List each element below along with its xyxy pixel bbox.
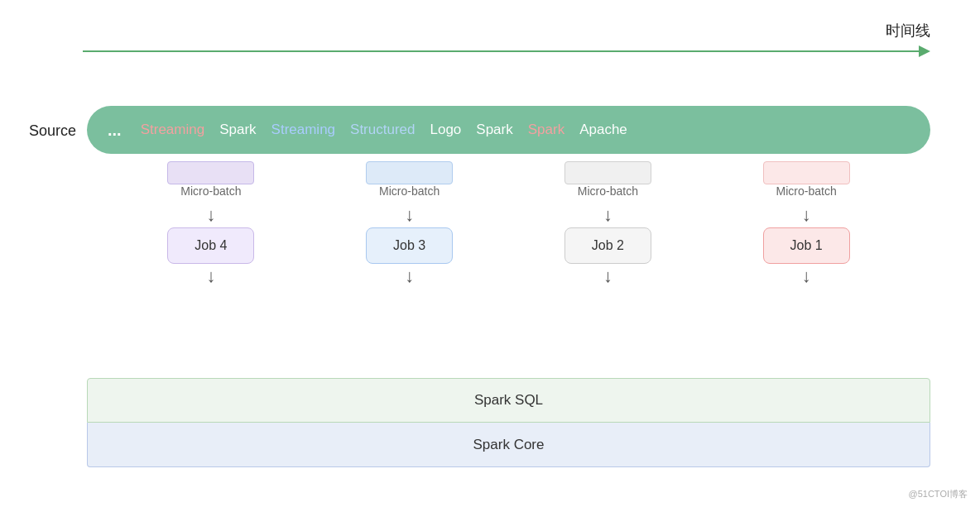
- stream-word-streaming2: Streaming: [271, 122, 335, 138]
- spark-core-label: Spark Core: [473, 437, 545, 453]
- micro-batch-label-4: Micro-batch: [776, 184, 837, 198]
- batch-col-2: Micro-batch ↓ Job 3 ↓: [366, 161, 453, 289]
- batch-col-3: Micro-batch ↓ Job 2 ↓: [564, 161, 651, 289]
- job-box-4: Job 1: [763, 227, 850, 264]
- arrow-down-1: ↓: [206, 206, 215, 224]
- timeline-line: [83, 50, 919, 52]
- timeline-section: [83, 45, 930, 57]
- stream-word-apache: Apache: [579, 122, 627, 138]
- arrow-down-4b: ↓: [802, 267, 811, 285]
- bottom-boxes: Spark SQL Spark Core: [87, 378, 930, 467]
- stream-word-spark1: Spark: [219, 122, 256, 138]
- timeline-arrow-icon: [919, 45, 930, 57]
- stream-word-spark3: Spark: [528, 122, 564, 138]
- diagram-container: 时间线 Source ... Streaming Spark Streaming…: [0, 0, 980, 507]
- arrow-down-1b: ↓: [206, 267, 215, 285]
- batch-box-1: [167, 161, 254, 184]
- micro-batch-label-1: Micro-batch: [180, 184, 241, 198]
- micro-batch-label-2: Micro-batch: [379, 184, 440, 198]
- arrow-down-4: ↓: [802, 206, 811, 224]
- stream-tube: ... Streaming Spark Streaming Structured…: [87, 106, 930, 154]
- micro-batch-label-3: Micro-batch: [578, 184, 638, 198]
- stream-word-streaming1: Streaming: [141, 122, 204, 138]
- arrow-down-2b: ↓: [405, 267, 414, 285]
- watermark: @51CTOI博客: [909, 488, 968, 500]
- spark-sql-label: Spark SQL: [474, 392, 543, 409]
- spark-sql-box: Spark SQL: [87, 378, 930, 423]
- batches-area: Micro-batch ↓ Job 4 ↓ Micro-batch ↓ Job …: [87, 161, 930, 289]
- job-box-1: Job 4: [167, 227, 254, 264]
- batch-box-2: [366, 161, 453, 184]
- batch-col-4: Micro-batch ↓ Job 1 ↓: [763, 161, 850, 289]
- stream-ellipsis: ...: [108, 121, 122, 140]
- stream-word-spark2: Spark: [476, 122, 512, 138]
- job-box-2: Job 3: [366, 227, 453, 264]
- stream-word-logo: Logo: [430, 122, 462, 138]
- batch-box-3: [564, 161, 651, 184]
- arrow-down-2: ↓: [405, 206, 414, 224]
- spark-core-box: Spark Core: [87, 423, 930, 467]
- arrow-down-3: ↓: [603, 206, 612, 224]
- batch-col-1: Micro-batch ↓ Job 4 ↓: [167, 161, 254, 289]
- stream-word-structured: Structured: [350, 122, 415, 138]
- source-label: Source: [29, 122, 76, 140]
- arrow-down-3b: ↓: [603, 267, 612, 285]
- job-box-3: Job 2: [564, 227, 651, 264]
- batch-box-4: [763, 161, 850, 184]
- timeline-label: 时间线: [886, 21, 930, 41]
